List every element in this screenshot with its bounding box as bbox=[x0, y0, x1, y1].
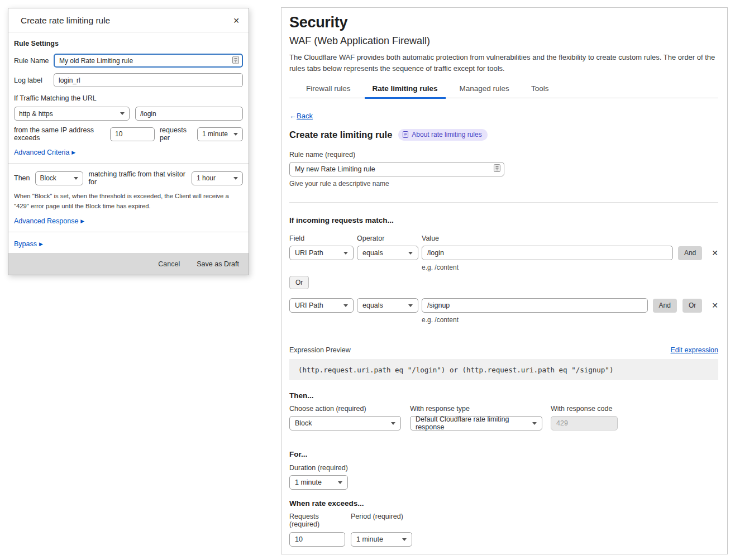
autofill-icon[interactable] bbox=[232, 56, 239, 65]
match-heading: If incoming requests match... bbox=[289, 216, 718, 224]
chevron-down-icon bbox=[408, 252, 413, 255]
expand-arrow-icon: ▶ bbox=[71, 150, 75, 155]
advanced-criteria-link[interactable]: Advanced Criteria ▶ bbox=[14, 149, 75, 156]
chevron-down-icon bbox=[233, 133, 238, 136]
requests-per-text: requests per bbox=[160, 126, 193, 142]
expression-preview-box: (http.request.uri.path eq "/login") or (… bbox=[289, 359, 718, 380]
page-subtitle: WAF (Web Application Firewall) bbox=[289, 35, 718, 47]
then-heading: Then... bbox=[289, 391, 718, 400]
remove-condition-icon[interactable]: ✕ bbox=[712, 248, 718, 257]
threshold-row: from the same IP address exceeds request… bbox=[14, 126, 243, 142]
operator-select[interactable]: equals bbox=[357, 246, 418, 260]
dialog-header: Create rate limiting rule ✕ bbox=[8, 8, 249, 32]
matching-text: matching traffic from that visitor for bbox=[89, 170, 187, 186]
autofill-icon[interactable] bbox=[494, 164, 500, 174]
chevron-down-icon bbox=[532, 422, 537, 425]
create-rate-limit-dialog: Create rate limiting rule ✕ Rule Setting… bbox=[8, 8, 249, 275]
divider bbox=[289, 202, 718, 203]
value-hint: e.g. /content bbox=[422, 264, 718, 271]
for-heading: For... bbox=[289, 450, 718, 458]
close-icon[interactable]: ✕ bbox=[233, 17, 240, 25]
traffic-matching-label: If Traffic Matching the URL bbox=[14, 94, 243, 102]
url-pattern-input[interactable] bbox=[135, 107, 243, 121]
response-code-input bbox=[551, 416, 618, 430]
chevron-down-icon bbox=[402, 538, 407, 541]
form-title: Create rate limiting rule bbox=[289, 130, 392, 140]
page-description: The Cloudflare WAF provides both automat… bbox=[289, 52, 718, 74]
dialog-body: Rule Settings Rule Name Log label If Tra… bbox=[8, 32, 249, 253]
chevron-down-icon bbox=[120, 112, 125, 115]
operator-label: Operator bbox=[357, 234, 422, 242]
exceeds-text: from the same IP address exceeds bbox=[14, 126, 106, 142]
duration-select[interactable]: 1 minute bbox=[289, 475, 348, 490]
and-button[interactable]: And bbox=[678, 246, 702, 260]
tab-firewall-rules[interactable]: Firewall rules bbox=[305, 82, 352, 98]
rate-heading: When rate exceeds... bbox=[289, 499, 718, 508]
log-label-row: Log label bbox=[14, 73, 243, 87]
or-button[interactable]: Or bbox=[682, 299, 702, 313]
chevron-down-icon bbox=[74, 177, 78, 180]
chevron-down-icon bbox=[343, 252, 348, 255]
period-select[interactable]: 1 minute bbox=[351, 532, 412, 547]
chevron-down-icon bbox=[233, 177, 238, 180]
requests-label: Requests (required) bbox=[289, 513, 351, 528]
operator-select[interactable]: equals bbox=[357, 298, 418, 313]
action-select[interactable]: Block bbox=[289, 416, 401, 430]
field-select[interactable]: URI Path bbox=[289, 298, 354, 313]
chevron-down-icon bbox=[343, 304, 348, 307]
rule-name-label: Rule name (required) bbox=[289, 151, 718, 159]
scheme-select[interactable]: http & https bbox=[14, 107, 130, 121]
form-title-row: Create rate limiting rule About rate lim… bbox=[289, 129, 718, 141]
response-type-select[interactable]: Default Cloudflare rate limiting respons… bbox=[410, 416, 542, 430]
back-link[interactable]: ←Back bbox=[289, 112, 313, 120]
bypass-link[interactable]: Bypass ▶ bbox=[14, 240, 43, 248]
tab-rate-limiting-rules[interactable]: Rate limiting rules bbox=[371, 82, 439, 98]
rule-name-input-wrap bbox=[54, 54, 243, 68]
expression-preview-label: Expression Preview bbox=[289, 346, 351, 354]
value-input[interactable] bbox=[422, 298, 648, 313]
value-input[interactable] bbox=[422, 246, 673, 260]
period-label: Period (required) bbox=[351, 513, 403, 528]
waf-tabs: Firewall rules Rate limiting rules Manag… bbox=[289, 82, 718, 98]
field-label: Field bbox=[289, 234, 357, 242]
period-select[interactable]: 1 minute bbox=[197, 127, 243, 141]
then-text: Then bbox=[14, 174, 30, 182]
advanced-response-link[interactable]: Advanced Response ▶ bbox=[14, 217, 84, 225]
and-button[interactable]: And bbox=[653, 299, 677, 313]
requests-input[interactable] bbox=[289, 532, 345, 547]
security-waf-panel: Security WAF (Web Application Firewall) … bbox=[281, 7, 728, 554]
dialog-footer: Cancel Save as Draft bbox=[8, 253, 249, 275]
rule-name-input[interactable] bbox=[289, 162, 504, 176]
chevron-down-icon bbox=[408, 304, 413, 307]
expand-arrow-icon: ▶ bbox=[39, 241, 43, 247]
rule-settings-heading: Rule Settings bbox=[14, 40, 243, 47]
value-hint: e.g. /content bbox=[422, 316, 718, 324]
document-icon bbox=[403, 131, 408, 138]
condition-row: URI Path equals And Or ✕ bbox=[289, 298, 718, 313]
page-title: Security bbox=[289, 14, 718, 31]
action-select[interactable]: Block bbox=[35, 171, 83, 185]
log-label-label: Log label bbox=[14, 76, 54, 84]
edit-expression-link[interactable]: Edit expression bbox=[671, 346, 718, 354]
save-as-draft-button[interactable]: Save as Draft bbox=[197, 260, 239, 268]
remove-condition-icon[interactable]: ✕ bbox=[712, 301, 718, 310]
tab-tools[interactable]: Tools bbox=[530, 82, 550, 98]
block-duration-select[interactable]: 1 hour bbox=[192, 171, 243, 185]
duration-label: Duration (required) bbox=[289, 464, 718, 472]
chevron-down-icon bbox=[338, 481, 342, 484]
about-rate-limiting-badge[interactable]: About rate limiting rules bbox=[398, 129, 487, 141]
log-label-input[interactable] bbox=[54, 73, 243, 87]
then-row: Then Block matching traffic from that vi… bbox=[14, 170, 243, 186]
response-type-label: With response type bbox=[410, 405, 551, 413]
tab-managed-rules[interactable]: Managed rules bbox=[459, 82, 510, 98]
value-label: Value bbox=[422, 234, 439, 242]
rule-name-row: Rule Name bbox=[14, 54, 243, 68]
cancel-button[interactable]: Cancel bbox=[158, 260, 180, 268]
block-note: When "Block" is set, when the threshold … bbox=[14, 192, 243, 211]
rule-name-label: Rule Name bbox=[14, 57, 54, 65]
requests-count-input[interactable] bbox=[110, 127, 155, 141]
rule-name-input[interactable] bbox=[54, 54, 243, 68]
field-select[interactable]: URI Path bbox=[289, 246, 354, 260]
or-button[interactable]: Or bbox=[289, 276, 309, 289]
rule-name-help: Give your rule a descriptive name bbox=[289, 180, 718, 188]
